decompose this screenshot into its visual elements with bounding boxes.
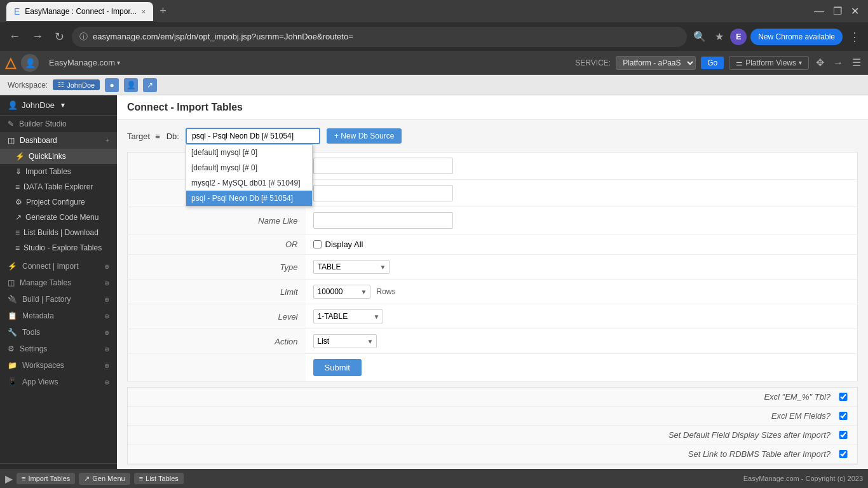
workspace-btn3[interactable]: ↗ [143,78,157,92]
sidebar-item-project-configure[interactable]: ⚙ Project Configure [0,194,117,210]
sidebar-item-build-factory[interactable]: 🔌 Build | Factory ⊕ [0,291,117,308]
new-tab-button[interactable]: + [156,3,170,19]
profile-button[interactable]: E [730,29,747,45]
sidebar-item-dashboard[interactable]: ◫ Dashboard + [0,132,117,149]
sidebar-item-quicklinks[interactable]: ⚡ QuickLinks [0,149,117,164]
name-like-label: Name Like [128,207,306,234]
search-button[interactable]: 🔍 [691,28,709,45]
workspace-btn2[interactable]: 👤 [124,78,138,92]
or-label: OR [128,234,306,255]
sidebar-item-import-tables[interactable]: ⇓ Import Tables [0,164,117,179]
footer-nav-left[interactable]: ▶ [5,473,13,485]
excl-em-fields-checkbox[interactable] [837,412,850,420]
sidebar-item-workspaces[interactable]: 📁 Workspaces ⊕ [0,357,117,374]
excl-em-tbl-checkbox[interactable] [837,393,850,401]
back-button[interactable]: ← [5,27,24,46]
workspace-tag[interactable]: ☷ JohnDoe [53,79,100,90]
schema-input[interactable] [313,185,453,201]
sidebar-item-tools[interactable]: 🔧 Tools ⊕ [0,324,117,341]
forward-button[interactable]: → [28,27,47,46]
dropdown-option-3[interactable]: mysql2 - MySQL db01 [# 51049] [186,175,312,191]
browser-tab[interactable]: E EasyManage : Connect - Impor... × [6,2,153,21]
new-db-source-button[interactable]: + New Db Source [327,128,402,144]
import-tables-footer-btn[interactable]: ≡ Import Tables [17,473,75,484]
submit-button[interactable]: Submit [313,359,362,376]
catalog-input[interactable] [313,158,453,174]
service-select[interactable]: Platform - aPaaS [616,56,696,70]
sidebar-item-builder-studio[interactable]: ✎ Builder Studio [0,116,117,132]
limit-select[interactable]: 100000 1000 10000 [313,285,370,299]
fullscreen-button[interactable]: ✥ [814,55,826,71]
workspace-btn1[interactable]: ● [105,78,119,92]
excl-em-tbl-label: Excl "EM_%" Tbl? [135,392,831,402]
sidebar: 👤 JohnDoe ▼ ✎ Builder Studio ◫ Dashboard… [0,95,117,488]
dropdown-open-list: [default] mysql [# 0] [default] mysql [#… [186,144,313,207]
go-button[interactable]: Go [701,57,724,69]
browser-menu-button[interactable]: ⋮ [846,27,863,46]
address-bar[interactable]: ⓘ easymanage.com/em/jsp/dn/opt_impobj.js… [72,27,687,47]
link-rdbms-checkbox[interactable] [837,450,850,458]
window-maximize-btn[interactable]: ❐ [831,3,844,20]
db-dropdown-wrapper: [default] mysql [# 0] [default] mysql [#… [186,128,320,144]
new-chrome-button[interactable]: New Chrome available [750,29,843,45]
address-text: easymanage.com/em/jsp/dn/opt_impobj.jsp?… [93,32,679,41]
option-row-1: Excl "EM_%" Tbl? [128,388,857,407]
window-minimize-btn[interactable]: — [811,3,827,20]
sidebar-user[interactable]: 👤 JohnDoe ▼ [0,95,117,116]
sidebar-item-metadata[interactable]: 📋 Metadata ⊕ [0,308,117,324]
app-logo: △ [5,55,16,71]
import-tables-footer-icon: ≡ [22,475,25,482]
dropdown-option-1[interactable]: [default] mysql [# 0] [186,145,312,160]
window-close-btn[interactable]: ✕ [848,3,862,20]
page-title: Connect - Import Tables [127,102,243,112]
display-all-label: Display All [325,240,363,249]
footer-bar: ▶ ≡ Import Tables ↗ Gen Menu ≡ List Tabl… [0,469,868,488]
service-label: SERVICE: [575,58,611,67]
submit-row: Submit [128,354,858,382]
sidebar-item-generate-code[interactable]: ↗ Generate Code Menu [0,210,117,225]
tab-close-btn[interactable]: × [142,8,146,15]
list-tables-footer-btn[interactable]: ≡ List Tables [134,473,184,484]
bookmark-button[interactable]: ★ [712,28,726,45]
action-select[interactable]: List Import Export [313,334,377,348]
reload-button[interactable]: ↻ [51,27,68,46]
db-label: Db: [166,132,179,141]
link-rdbms-label: Set Link to RDBMS Table after Import? [135,449,831,459]
limit-row: Limit 100000 1000 10000 ▼ [128,280,858,304]
settings-icon: ⚙ [8,344,15,353]
sidebar-item-list-builds[interactable]: ≡ List Builds | Download [0,225,117,240]
db-dropdown[interactable]: [default] mysql [# 0] [default] mysql [#… [186,128,320,144]
app-brand[interactable]: EasyManage.com ▾ [49,58,120,67]
dropdown-option-4[interactable]: psql - Psql Neon Db [# 51054] [186,191,312,206]
tools-icon: 🔧 [8,328,17,337]
studio-explore-icon: ≡ [15,243,20,252]
sidebar-item-data-table-explorer[interactable]: ≡ DATA Table Explorer [0,179,117,194]
sidebar-item-settings[interactable]: ⚙ Settings ⊕ [0,341,117,357]
content-area: Connect - Import Tables Target ≡ Db: [de… [117,95,868,488]
default-field-display-label: Set Default Field Display Sizes after Im… [135,430,831,440]
platform-views-button[interactable]: ⚌ Platform Views ▾ [729,56,809,70]
sidebar-item-studio-explore[interactable]: ≡ Studio - Explore Tables [0,240,117,255]
app-topbar: △ 👤 EasyManage.com ▾ SERVICE: Platform -… [0,51,868,75]
type-row: Type TABLE VIEW ALL ▼ [128,255,858,280]
type-label: Type [128,255,306,280]
address-icon: ⓘ [79,31,88,43]
type-select[interactable]: TABLE VIEW ALL [313,260,390,274]
level-select[interactable]: 1-TABLE 2-TABLE ALL [313,309,383,323]
gen-menu-footer-btn[interactable]: ↗ Gen Menu [79,473,130,485]
list-builds-icon: ≡ [15,228,20,237]
display-all-checkbox[interactable] [313,240,322,248]
dropdown-option-2[interactable]: [default] mysql [# 0] [186,160,312,175]
default-field-display-checkbox[interactable] [837,431,850,439]
workspace-icon: ☷ [58,81,64,89]
navigate-button[interactable]: → [831,55,845,71]
gen-menu-footer-icon: ↗ [84,475,90,483]
sidebar-item-manage-tables[interactable]: ◫ Manage Tables ⊕ [0,274,117,291]
name-like-input[interactable] [313,212,453,229]
menu-button[interactable]: ☰ [850,55,863,71]
sidebar-item-app-views[interactable]: 📱 App Views ⊕ [0,374,117,390]
target-row: Target ≡ Db: [default] mysql [# 0] [defa… [127,128,858,144]
platform-icon: ⚌ [736,58,743,67]
level-row: Level 1-TABLE 2-TABLE ALL ▼ [128,304,858,329]
sidebar-item-connect-import[interactable]: ⚡ Connect | Import ⊕ [0,258,117,274]
